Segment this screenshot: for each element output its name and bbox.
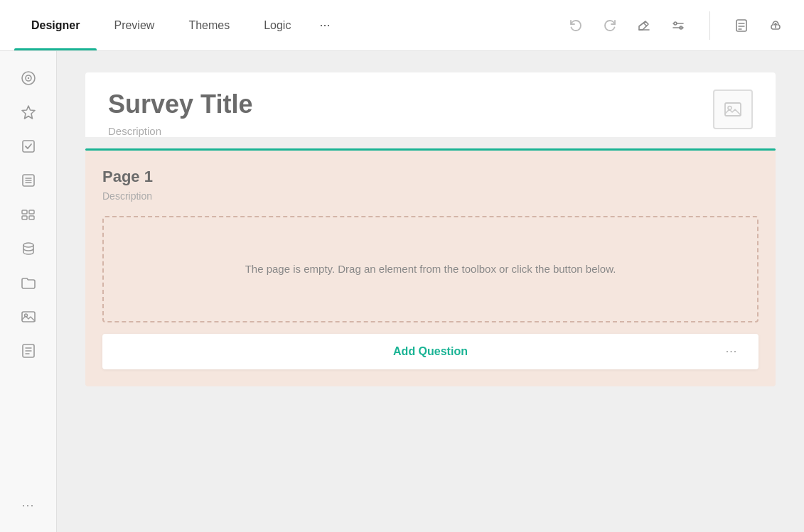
svg-rect-17 (23, 141, 34, 152)
upload-button[interactable] (761, 11, 790, 40)
sidebar-icon-more[interactable]: ··· (13, 489, 44, 521)
book-button[interactable] (727, 11, 756, 40)
sidebar-icon-folder[interactable] (13, 267, 44, 298)
tab-preview[interactable]: Preview (97, 0, 171, 50)
filter-button[interactable] (664, 11, 692, 40)
sidebar: ··· (0, 51, 57, 532)
tab-themes[interactable]: Themes (171, 0, 247, 50)
tab-logic[interactable]: Logic (247, 0, 308, 50)
top-nav: Designer Preview Themes Logic ··· (0, 0, 804, 51)
svg-line-0 (643, 23, 647, 26)
svg-rect-23 (29, 210, 34, 214)
redo-button[interactable] (596, 11, 624, 40)
svg-rect-24 (22, 216, 27, 219)
page-empty-box: The page is empty. Drag an element from … (102, 216, 759, 322)
nav-tabs: Designer Preview Themes Logic ··· (14, 0, 341, 50)
sidebar-icon-table[interactable] (13, 199, 44, 230)
undo-button[interactable] (562, 11, 590, 40)
page-block: Page 1 Description The page is empty. Dr… (85, 151, 776, 386)
survey-header: Survey Title Description (85, 72, 776, 137)
svg-point-26 (23, 243, 33, 247)
sidebar-icon-report[interactable] (13, 335, 44, 367)
add-question-bar: Add Question ··· (102, 334, 759, 369)
tab-designer[interactable]: Designer (14, 0, 97, 50)
add-question-more-button[interactable]: ··· (719, 339, 744, 364)
nav-divider (709, 11, 710, 40)
svg-rect-25 (29, 216, 34, 219)
nav-more-tabs[interactable]: ··· (308, 18, 341, 33)
sidebar-icon-check[interactable] (13, 131, 44, 162)
survey-description[interactable]: Description (108, 125, 753, 137)
sidebar-icon-star[interactable] (13, 97, 44, 128)
add-question-button[interactable]: Add Question (393, 345, 468, 358)
sidebar-icon-db[interactable] (13, 233, 44, 264)
svg-point-15 (27, 77, 28, 79)
sidebar-icon-image[interactable] (13, 301, 44, 332)
content-area: Survey Title Description Page 1 Descript… (57, 51, 804, 532)
svg-rect-33 (725, 103, 741, 116)
page-title[interactable]: Page 1 (102, 168, 759, 186)
svg-rect-27 (22, 312, 35, 322)
nav-actions (562, 11, 790, 40)
svg-marker-16 (22, 106, 35, 119)
sidebar-icon-list[interactable] (13, 165, 44, 196)
svg-rect-22 (22, 210, 27, 214)
page-description[interactable]: Description (102, 190, 759, 202)
survey-image-placeholder[interactable] (713, 89, 753, 129)
survey-title[interactable]: Survey Title (108, 89, 753, 119)
main-layout: ··· Survey Title Description Page 1 Desc… (0, 51, 804, 532)
erase-button[interactable] (630, 11, 658, 40)
sidebar-icon-target[interactable] (13, 63, 44, 94)
